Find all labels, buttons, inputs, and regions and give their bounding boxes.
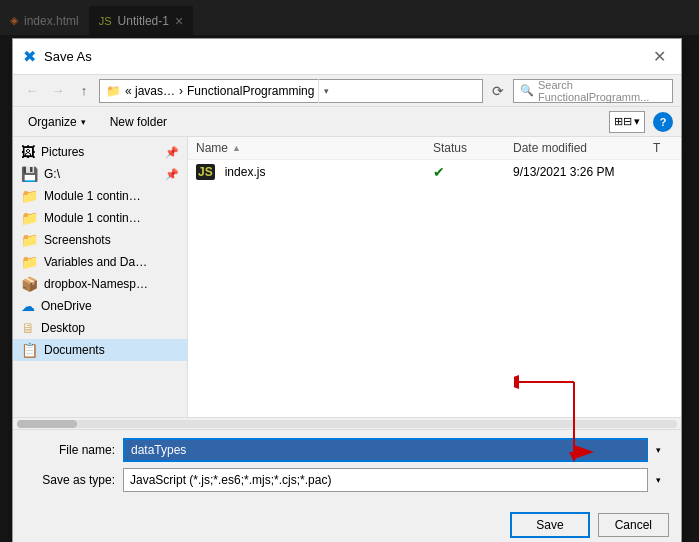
column-type-label: T [653, 141, 660, 155]
organize-button[interactable]: Organize ▾ [21, 112, 93, 132]
nav-item-module1b[interactable]: 📁 Module 1 contin… [13, 207, 187, 229]
action-bar: Organize ▾ New folder ⊞⊟ ▾ ? [13, 107, 681, 137]
view-icon: ⊞⊟ [614, 115, 632, 128]
sort-icon: ▲ [232, 143, 241, 153]
nav-item-label: Module 1 contin… [44, 189, 141, 203]
savetype-select-wrapper: JavaScript (*.js;*.es6;*.mjs;*.cjs;*.pac… [123, 468, 669, 492]
pin-icon: 📌 [165, 146, 179, 159]
new-folder-label: New folder [110, 115, 167, 129]
search-box[interactable]: 🔍 Search FunctionalProgramm... [513, 79, 673, 103]
nav-item-variables[interactable]: 📁 Variables and Da… [13, 251, 187, 273]
file-row-indexjs[interactable]: JS index.js ✔ 9/13/2021 3:26 PM [188, 160, 681, 184]
nav-item-dropbox[interactable]: 📦 dropbox-Namesp… [13, 273, 187, 295]
desktop-icon: 🖥 [21, 320, 35, 336]
nav-item-label: Screenshots [44, 233, 111, 247]
view-button[interactable]: ⊞⊟ ▾ [609, 111, 645, 133]
breadcrumb-prefix: « javas… [125, 84, 175, 98]
organize-dropdown-icon: ▾ [81, 117, 86, 127]
vscode-icon: ✖ [23, 47, 36, 66]
nav-item-label: Variables and Da… [44, 255, 147, 269]
refresh-button[interactable]: ⟳ [487, 80, 509, 102]
filename-dropdown-arrow[interactable]: ▾ [647, 438, 669, 462]
status-check-icon: ✔ [433, 164, 445, 180]
forward-button[interactable]: → [47, 80, 69, 102]
nav-item-documents[interactable]: 📋 Documents [13, 339, 187, 361]
nav-item-gdrive[interactable]: 💾 G:\ 📌 [13, 163, 187, 185]
folder-icon: 📁 [21, 232, 38, 248]
scrollbar-thumb [17, 420, 77, 428]
close-icon: ✕ [653, 47, 666, 66]
dialog-buttons: Save Cancel [13, 506, 681, 542]
search-icon: 🔍 [520, 84, 534, 97]
file-name-cell: JS index.js [196, 164, 433, 180]
dialog-main: 🖼 Pictures 📌 💾 G:\ 📌 📁 Module 1 contin… … [13, 137, 681, 417]
nav-item-desktop[interactable]: 🖥 Desktop [13, 317, 187, 339]
new-folder-button[interactable]: New folder [101, 112, 176, 132]
column-name[interactable]: Name ▲ [196, 141, 433, 155]
breadcrumb-bar[interactable]: 📁 « javas… › FunctionalProgramming ▾ [99, 79, 483, 103]
save-as-dialog: ✖ Save As ✕ ← → ↑ 📁 « javas… › Functiona… [12, 38, 682, 542]
breadcrumb-folder-icon: 📁 [106, 84, 121, 98]
breadcrumb-folder: FunctionalProgramming [187, 84, 314, 98]
filename-input[interactable]: dataTypes [123, 438, 669, 462]
organize-label: Organize [28, 115, 77, 129]
filename-row: File name: dataTypes ▾ [25, 438, 669, 462]
up-icon: ↑ [81, 83, 88, 98]
editor-background: ◈ index.html JS Untitled-1 × 1 ✖ Save As… [0, 0, 699, 542]
filename-value: dataTypes [131, 443, 186, 457]
nav-item-label: Pictures [41, 145, 84, 159]
forward-icon: → [52, 83, 65, 98]
dialog-toolbar: ← → ↑ 📁 « javas… › FunctionalProgramming… [13, 75, 681, 107]
documents-icon: 📋 [21, 342, 38, 358]
column-date-label: Date modified [513, 141, 587, 155]
drive-icon: 💾 [21, 166, 38, 182]
nav-item-label: dropbox-Namesp… [44, 277, 148, 291]
up-button[interactable]: ↑ [73, 80, 95, 102]
back-icon: ← [26, 83, 39, 98]
nav-item-label: Module 1 contin… [44, 211, 141, 225]
savetype-select[interactable]: JavaScript (*.js;*.es6;*.mjs;*.cjs;*.pac… [123, 468, 669, 492]
folder-icon: 📁 [21, 210, 38, 226]
filename-input-wrapper: dataTypes ▾ [123, 438, 669, 462]
nav-item-screenshots[interactable]: 📁 Screenshots [13, 229, 187, 251]
help-button[interactable]: ? [653, 112, 673, 132]
nav-item-label: Desktop [41, 321, 85, 335]
dialog-title: Save As [44, 49, 647, 64]
dropbox-icon: 📦 [21, 276, 38, 292]
column-status: Status [433, 141, 513, 155]
file-date-cell: 9/13/2021 3:26 PM [513, 165, 653, 179]
refresh-icon: ⟳ [492, 83, 504, 99]
file-date-label: 9/13/2021 3:26 PM [513, 165, 614, 179]
file-list-header: Name ▲ Status Date modified T [188, 137, 681, 160]
column-name-label: Name [196, 141, 228, 155]
scrollbar-track [17, 420, 677, 428]
column-date: Date modified [513, 141, 653, 155]
onedrive-icon: ☁ [21, 298, 35, 314]
nav-item-pictures[interactable]: 🖼 Pictures 📌 [13, 141, 187, 163]
file-name-label: index.js [225, 165, 266, 179]
column-type: T [653, 141, 673, 155]
nav-item-onedrive[interactable]: ☁ OneDrive [13, 295, 187, 317]
cancel-button[interactable]: Cancel [598, 513, 669, 537]
nav-item-label: G:\ [44, 167, 60, 181]
savetype-dropdown-arrow[interactable]: ▾ [647, 468, 669, 492]
save-button[interactable]: Save [510, 512, 589, 538]
savetype-row: Save as type: JavaScript (*.js;*.es6;*.m… [25, 468, 669, 492]
js-file-icon: JS [196, 164, 215, 180]
view-dropdown-icon: ▾ [634, 115, 640, 128]
horizontal-scrollbar[interactable] [13, 417, 681, 429]
breadcrumb-sep: › [179, 84, 183, 98]
folder-icon: 📁 [21, 188, 38, 204]
savetype-value: JavaScript (*.js;*.es6;*.mjs;*.cjs;*.pac… [130, 473, 331, 487]
nav-item-module1a[interactable]: 📁 Module 1 contin… [13, 185, 187, 207]
pictures-icon: 🖼 [21, 144, 35, 160]
nav-item-label: OneDrive [41, 299, 92, 313]
back-button[interactable]: ← [21, 80, 43, 102]
file-status-cell: ✔ [433, 164, 513, 180]
column-status-label: Status [433, 141, 467, 155]
folder-icon: 📁 [21, 254, 38, 270]
dialog-close-button[interactable]: ✕ [647, 45, 671, 69]
breadcrumb-dropdown[interactable]: ▾ [318, 79, 334, 103]
help-icon: ? [660, 116, 667, 128]
savetype-label: Save as type: [25, 473, 115, 487]
